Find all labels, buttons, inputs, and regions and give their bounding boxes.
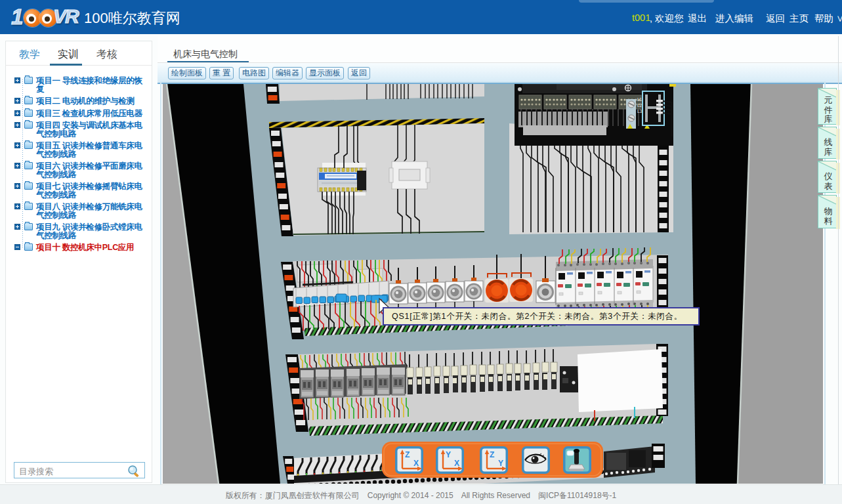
svg-text:X: X <box>454 459 459 468</box>
svg-text:L1: L1 <box>637 97 642 102</box>
svg-text:X: X <box>413 459 419 468</box>
svg-text:Y: Y <box>446 450 451 459</box>
svg-text:Z: Z <box>490 450 494 459</box>
svg-text:Z: Z <box>405 450 410 459</box>
svg-text:Y: Y <box>498 459 503 468</box>
svg-text:L2: L2 <box>637 103 642 108</box>
svg-text:L3: L3 <box>637 109 642 114</box>
